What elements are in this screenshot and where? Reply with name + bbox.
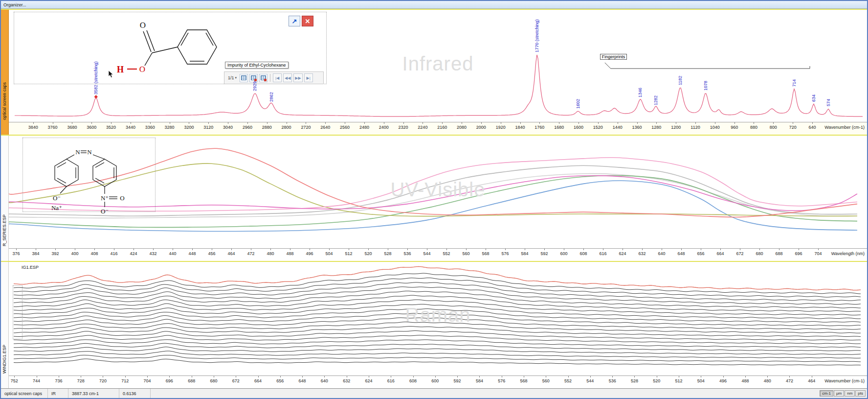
- axis-tick-label: 472: [247, 251, 254, 256]
- axis-tickmark: [759, 249, 760, 250]
- peak-label[interactable]: 634: [811, 94, 816, 102]
- axis-tickmark: [413, 376, 414, 377]
- axis-tick-label: 600: [431, 378, 439, 383]
- axis-tickmark: [75, 249, 75, 250]
- axis-tickmark: [212, 249, 212, 250]
- fingerprints-label[interactable]: Fingerprints: [600, 54, 627, 60]
- close-button[interactable]: ✕: [302, 16, 313, 26]
- raman-trace-label[interactable]: IG1.ESP: [22, 265, 39, 270]
- axis-tickmark: [150, 122, 151, 124]
- axis-tick-label: 520: [653, 378, 660, 383]
- uv-plot-area[interactable]: UV-Visible: [9, 136, 867, 261]
- pager-caret-icon: ▾: [235, 76, 237, 80]
- next-page-button[interactable]: ▶▶: [293, 73, 302, 82]
- axis-tick-label: 624: [365, 378, 372, 383]
- axis-tickmark: [462, 122, 462, 124]
- axis-tick-label: 1600: [574, 125, 583, 130]
- axis-tickmark: [173, 249, 173, 250]
- benzoic-acid-structure[interactable]: O O H: [102, 12, 229, 85]
- axis-tick-label: 3840: [28, 125, 38, 130]
- axis-tick-label: 640: [658, 251, 665, 256]
- axis-tickmark: [125, 376, 126, 377]
- axis-tickmark: [564, 249, 564, 250]
- peak-label[interactable]: 2929: [252, 81, 257, 91]
- peak-label[interactable]: 1282: [653, 95, 658, 105]
- axis-tick-label: 1840: [515, 125, 525, 130]
- ir-panel: optical screen caps Infrared: [1, 9, 867, 136]
- status-cursor-position: 3887.33 cm-1: [68, 389, 119, 398]
- raman-stack-canvas[interactable]: [9, 262, 867, 376]
- axis-tick-label: 712: [121, 378, 129, 383]
- raman-trace: [14, 278, 861, 298]
- unit-nm-button[interactable]: nm: [845, 390, 855, 397]
- toolbar-separator: [270, 74, 270, 82]
- axis-tickmark: [679, 376, 679, 377]
- axis-tick-label: 464: [808, 378, 815, 383]
- axis-tickmark: [657, 376, 657, 377]
- peak-label[interactable]: 2862: [269, 92, 274, 102]
- axis-tickmark: [214, 376, 214, 377]
- last-page-button[interactable]: ▶|: [304, 73, 313, 82]
- first-page-button[interactable]: |◀: [273, 73, 282, 82]
- grid-report-icon[interactable]: [249, 74, 258, 82]
- prev-page-button[interactable]: ◀◀: [283, 73, 292, 82]
- uv-panel-tab[interactable]: R_SERIES.ESP: [1, 136, 9, 261]
- window-titlebar[interactable]: Organizer...: [1, 1, 867, 9]
- uv-panel: R_SERIES.ESP UV-Visible: [1, 136, 867, 262]
- axis-tick-label: 560: [542, 378, 550, 383]
- axis-tick-label: 2480: [359, 125, 369, 130]
- grid-delete-icon[interactable]: [259, 74, 267, 82]
- peak-label[interactable]: 574: [826, 99, 831, 106]
- raman-trace: [14, 355, 861, 362]
- atom-o-minus: O⁻: [53, 194, 61, 202]
- axis-tickmark: [481, 122, 482, 124]
- peak-label[interactable]: 714: [792, 79, 797, 87]
- axis-tick-label: 408: [90, 251, 98, 256]
- axis-tickmark: [524, 376, 524, 377]
- axis-tick-label: 576: [498, 378, 505, 383]
- uv-axis-title: Wavelength (nm): [831, 251, 865, 256]
- peak-label[interactable]: 1770 (stretching): [534, 19, 539, 52]
- status-technique: IR: [48, 389, 68, 398]
- axis-tickmark: [779, 249, 779, 250]
- ir-plot-area[interactable]: Infrared O O H: [9, 10, 867, 135]
- axis-tickmark: [745, 376, 746, 377]
- raman-panel-tab[interactable]: WINDIG1.ESP: [1, 262, 9, 388]
- popout-button[interactable]: ↗: [289, 16, 300, 26]
- atom-o-hydroxyl: O: [139, 65, 145, 74]
- axis-tickmark: [345, 122, 345, 124]
- axis-tickmark: [258, 376, 259, 377]
- peak-label[interactable]: 1346: [638, 88, 643, 97]
- unit-cm1-button[interactable]: cm-1: [820, 390, 833, 397]
- unit-um-button[interactable]: μm: [834, 390, 844, 397]
- axis-tickmark: [208, 122, 209, 124]
- peak-label[interactable]: 1602: [576, 99, 580, 109]
- axis-tick-label: 544: [586, 378, 594, 383]
- grid-icon[interactable]: [240, 74, 248, 82]
- impurity-annotation[interactable]: Impurity of Ethyl-Cyclohexane: [225, 62, 289, 69]
- axis-tick-label: 472: [786, 378, 793, 383]
- raman-trace: [14, 287, 861, 305]
- axis-tick-label: 680: [756, 251, 763, 256]
- axis-tick-label: 704: [144, 378, 151, 383]
- ir-panel-tab[interactable]: optical screen caps: [1, 10, 9, 135]
- axis-tickmark: [799, 249, 799, 250]
- axis-tickmark: [81, 376, 81, 377]
- axis-tickmark: [720, 249, 721, 250]
- axis-tick-label: 688: [188, 378, 195, 383]
- azo-dye-structure[interactable]: N N O⁻ Na⁺ N⁺ O O⁻: [26, 138, 163, 215]
- mouse-cursor-icon: [108, 70, 114, 78]
- axis-tickmark: [189, 122, 189, 124]
- axis-tick-label: 3440: [126, 125, 135, 130]
- axis-tickmark: [407, 249, 408, 250]
- peak-label[interactable]: 1182: [678, 75, 683, 85]
- peak-label[interactable]: 1078: [703, 81, 708, 91]
- axis-tick-label: 520: [364, 251, 372, 256]
- peak-label[interactable]: 3582 (stretching): [93, 61, 98, 94]
- raman-plot-area[interactable]: Raman IG1.ESP Wavenumber (cm-1) 75274473…: [9, 262, 867, 388]
- axis-tickmark: [579, 122, 579, 124]
- axis-tick-label: 440: [169, 251, 176, 256]
- axis-tick-label: 464: [227, 251, 235, 256]
- page-indicator[interactable]: 1/1 ▾: [226, 75, 238, 80]
- unit-pts-button[interactable]: pts: [855, 390, 866, 397]
